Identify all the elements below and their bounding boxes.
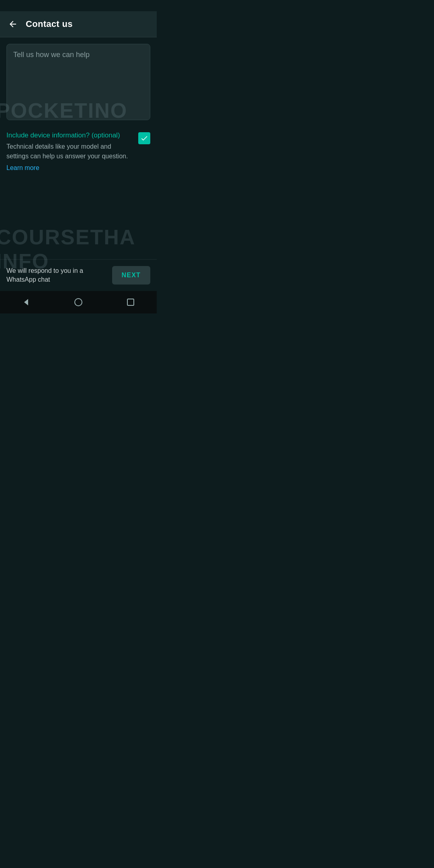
learn-more-link[interactable]: Learn more [6,164,39,171]
svg-point-4 [75,299,82,306]
checkmark-icon [140,134,148,142]
page-title: Contact us [26,19,147,29]
back-button[interactable] [6,18,19,31]
device-info-text: Include device information? (optional) T… [6,131,133,172]
respond-text: We will respond to you in a WhatsApp cha… [6,266,95,285]
device-info-description: Technical details like your model and se… [6,142,133,161]
main-content: Include device information? (optional) T… [0,37,157,259]
back-arrow-icon [8,19,18,29]
bottom-section: We will respond to you in a WhatsApp cha… [0,259,157,291]
app-bar: Contact us [0,11,157,37]
nav-recent-icon [126,297,135,307]
content-spacer [6,172,150,259]
device-info-checkbox-container [138,132,150,144]
help-textarea[interactable] [6,44,150,120]
nav-home-icon [74,297,83,307]
next-button[interactable]: NEXT [112,266,150,285]
nav-bar [0,291,157,313]
status-bar [0,0,157,11]
nav-home-button[interactable] [66,294,91,310]
device-info-checkbox[interactable] [138,132,150,144]
device-info-title: Include device information? (optional) [6,131,133,139]
nav-recent-button[interactable] [118,294,143,310]
device-info-section: Include device information? (optional) T… [6,131,150,172]
nav-back-button[interactable] [13,294,39,310]
svg-rect-5 [127,299,134,305]
svg-marker-3 [24,299,28,305]
more-options-button[interactable] [147,23,150,26]
nav-back-icon [21,297,31,307]
